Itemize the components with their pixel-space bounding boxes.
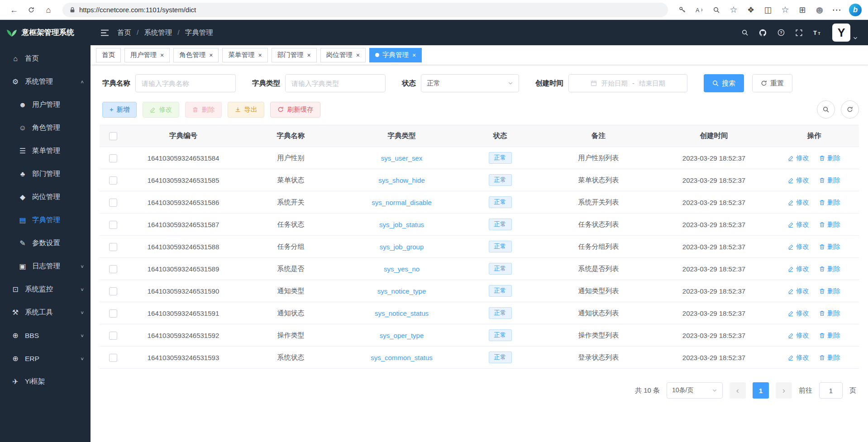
dict-type-link[interactable]: sys_common_status: [371, 354, 433, 361]
dict-type-link[interactable]: sys_show_hide: [378, 176, 425, 184]
sidebar-item-menu-mgmt[interactable]: ☰ 菜单管理: [0, 139, 91, 162]
status-select[interactable]: 正常: [421, 74, 519, 92]
dict-type-link[interactable]: sys_oper_type: [380, 332, 424, 339]
close-tab-icon[interactable]: ×: [160, 52, 164, 59]
dict-name-input[interactable]: [135, 74, 236, 92]
home-icon[interactable]: ⌂: [41, 2, 56, 18]
dict-type-link[interactable]: sys_notice_status: [375, 309, 429, 317]
edit-row-button[interactable]: 修改: [788, 198, 809, 207]
row-checkbox[interactable]: [109, 199, 117, 207]
sidebar-item-dept-mgmt[interactable]: ♣ 部门管理: [0, 162, 91, 185]
row-checkbox[interactable]: [109, 265, 117, 273]
sidebar-item-home[interactable]: ⌂ 首页: [0, 47, 91, 70]
edit-row-button[interactable]: 修改: [788, 154, 809, 162]
delete-row-button[interactable]: 删除: [819, 242, 840, 251]
more-icon[interactable]: ⋯: [829, 2, 844, 18]
delete-row-button[interactable]: 删除: [819, 265, 840, 273]
url-bar[interactable]: https://ccnetcore.com:1101/system/dict: [62, 3, 668, 17]
sidebar-item-role-mgmt[interactable]: ☺ 角色管理: [0, 116, 91, 139]
close-tab-icon[interactable]: ×: [412, 52, 416, 59]
row-checkbox[interactable]: [109, 287, 117, 295]
tab-role-mgmt[interactable]: 角色管理 ×: [173, 48, 219, 62]
key-icon[interactable]: [674, 2, 690, 18]
dict-type-link[interactable]: sys_yes_no: [384, 265, 420, 273]
dict-type-link[interactable]: sys_user_sex: [381, 154, 423, 162]
refresh-table-button[interactable]: [841, 100, 859, 119]
sidebar-item-system-tools[interactable]: ⚒ 系统工具 ∨: [0, 301, 91, 324]
delete-row-button[interactable]: 删除: [819, 331, 840, 340]
page-size-select[interactable]: 10条/页: [667, 382, 723, 399]
sidebar-item-dict-mgmt[interactable]: ▤ 字典管理: [0, 209, 91, 232]
next-page-button[interactable]: ›: [776, 382, 792, 399]
split-screen-icon[interactable]: ◫: [760, 2, 776, 18]
show-search-button[interactable]: [817, 100, 835, 119]
edit-row-button[interactable]: 修改: [788, 242, 809, 251]
edit-row-button[interactable]: 修改: [788, 353, 809, 362]
close-tab-icon[interactable]: ×: [209, 52, 213, 59]
refresh-cache-button[interactable]: 刷新缓存: [270, 102, 320, 118]
edit-row-button[interactable]: 修改: [788, 331, 809, 340]
tab-menu-mgmt[interactable]: 菜单管理 ×: [222, 48, 267, 62]
breadcrumb-item[interactable]: 首页: [117, 28, 131, 38]
sidebar-item-system-monitor[interactable]: ⊡ 系统监控 ∨: [0, 278, 91, 301]
select-all-checkbox[interactable]: [109, 132, 117, 140]
collections-icon[interactable]: ⊞: [795, 2, 810, 18]
close-tab-icon[interactable]: ×: [307, 52, 311, 59]
row-checkbox[interactable]: [109, 154, 117, 162]
close-tab-icon[interactable]: ×: [258, 52, 262, 59]
back-icon[interactable]: ←: [6, 2, 22, 18]
tab-dept-mgmt[interactable]: 部门管理 ×: [272, 48, 317, 62]
user-menu[interactable]: Y: [832, 24, 858, 42]
user-logo-avatar[interactable]: Y: [832, 24, 850, 42]
favorites-bar-icon[interactable]: ☆: [777, 2, 793, 18]
search-icon[interactable]: [742, 29, 748, 36]
row-checkbox[interactable]: [109, 309, 117, 318]
close-tab-icon[interactable]: ×: [356, 52, 360, 59]
extensions-icon[interactable]: ❖: [743, 2, 758, 18]
sidebar-item-bbs[interactable]: ⊕ BBS ∨: [0, 324, 91, 347]
zoom-icon[interactable]: [709, 2, 724, 18]
delete-row-button[interactable]: 删除: [819, 198, 840, 207]
goto-page-input[interactable]: [819, 382, 843, 399]
delete-row-button[interactable]: 删除: [819, 287, 840, 295]
question-icon[interactable]: ?: [777, 29, 785, 36]
fullscreen-icon[interactable]: [796, 29, 802, 36]
edit-row-button[interactable]: 修改: [788, 265, 809, 273]
delete-row-button[interactable]: 删除: [819, 176, 840, 185]
breadcrumb-item[interactable]: 字典管理: [185, 28, 213, 38]
tab-dict-mgmt[interactable]: 字典管理 ×: [369, 48, 422, 62]
tab-post-mgmt[interactable]: 岗位管理 ×: [320, 48, 366, 62]
github-icon[interactable]: [759, 29, 767, 37]
edit-row-button[interactable]: 修改: [788, 220, 809, 229]
reset-button[interactable]: 重置: [752, 74, 792, 92]
dict-type-link[interactable]: sys_normal_disable: [372, 199, 432, 206]
prev-page-button[interactable]: ‹: [730, 382, 746, 399]
dict-type-link[interactable]: sys_job_status: [379, 221, 424, 228]
sidebar-item-system-mgmt[interactable]: ⚙ 系统管理 ∧: [0, 70, 91, 93]
add-button[interactable]: + 新增: [102, 102, 137, 118]
row-checkbox[interactable]: [109, 332, 117, 340]
sidebar-item-param-settings[interactable]: ✎ 参数设置: [0, 232, 91, 255]
delete-row-button[interactable]: 删除: [819, 309, 840, 318]
edit-row-button[interactable]: 修改: [788, 176, 809, 185]
profile-avatar-icon[interactable]: ☻: [812, 2, 827, 18]
dict-type-input[interactable]: [285, 74, 386, 92]
edit-row-button[interactable]: 修改: [788, 309, 809, 318]
row-checkbox[interactable]: [109, 176, 117, 185]
sidebar-item-erp[interactable]: ⊕ ERP ∨: [0, 347, 91, 370]
search-button[interactable]: 搜索: [704, 74, 744, 92]
delete-button[interactable]: 删除: [185, 102, 222, 118]
delete-row-button[interactable]: 删除: [819, 154, 840, 162]
edit-row-button[interactable]: 修改: [788, 287, 809, 295]
font-size-icon[interactable]: TT: [813, 29, 821, 36]
dict-type-link[interactable]: sys_notice_type: [377, 287, 426, 295]
sidebar-item-post-mgmt[interactable]: ◆ 岗位管理: [0, 185, 91, 209]
bing-chat-icon[interactable]: b: [849, 4, 862, 16]
row-checkbox[interactable]: [109, 243, 117, 251]
sidebar-item-log-mgmt[interactable]: ▣ 日志管理 ∨: [0, 255, 91, 278]
row-checkbox[interactable]: [109, 354, 117, 362]
edit-button[interactable]: 修改: [143, 102, 179, 118]
date-range-picker[interactable]: 开始日期 - 结束日期: [568, 74, 687, 92]
tab-home[interactable]: 首页: [96, 48, 121, 62]
sidebar-item-yi-framework[interactable]: ✈ Yi框架: [0, 370, 91, 393]
